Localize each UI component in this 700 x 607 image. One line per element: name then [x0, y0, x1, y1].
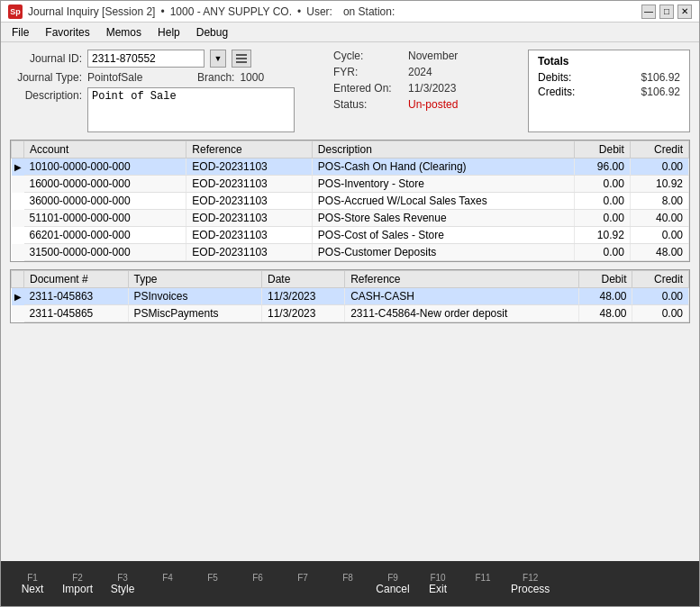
col-description: Description	[312, 141, 574, 159]
cell-credit: 48.00	[630, 244, 688, 261]
journal-id-dropdown[interactable]: ▼	[210, 50, 226, 68]
fn-key-f9[interactable]: F9 Cancel	[370, 569, 415, 599]
row-indicator	[12, 193, 24, 210]
fn-key-f2[interactable]: F2 Import	[55, 569, 100, 599]
cell-description: POS-Store Sales Revenue	[312, 210, 574, 227]
cell-reference: EOD-20231103	[186, 210, 313, 227]
cell-date: 11/3/2023	[262, 288, 345, 305]
description-textarea[interactable]: Point of Sale	[87, 87, 295, 132]
row-indicator	[12, 244, 24, 261]
fn-key-f10[interactable]: F10 Exit	[415, 569, 460, 599]
fn-key-f12[interactable]: F12 Process	[505, 569, 555, 599]
cell-description: POS-Customer Deposits	[312, 244, 574, 261]
fn-key-code: F9	[387, 573, 398, 583]
branch-value: 1000	[240, 71, 264, 84]
doc-col-debit: Debit	[578, 271, 632, 288]
menu-file[interactable]: File	[5, 24, 36, 41]
fn-key-code: F1	[27, 573, 38, 583]
table-row[interactable]: 31500-0000-000-000 EOD-20231103 POS-Cust…	[12, 244, 689, 261]
journal-table: Account Reference Description Debit Cred…	[11, 140, 689, 261]
cell-description: POS-Cash On Hand (Clearing)	[312, 159, 574, 176]
status-label: Status:	[333, 98, 401, 111]
cell-debit: 0.00	[574, 244, 630, 261]
credits-row: Credits: $106.92	[538, 86, 680, 98]
cell-account: 16000-0000-000-000	[24, 176, 186, 193]
journal-table-container: Account Reference Description Debit Cred…	[10, 140, 690, 262]
cell-reference: 2311-C45864-New order deposit	[345, 305, 579, 322]
menu-debug[interactable]: Debug	[189, 24, 235, 41]
doc-col-credit: Credit	[632, 271, 689, 288]
maximize-button[interactable]: □	[659, 5, 674, 19]
row-indicator	[12, 210, 24, 227]
cell-credit: 40.00	[630, 210, 688, 227]
row-indicator: ▶	[12, 159, 24, 176]
cell-account: 51101-0000-000-000	[24, 210, 186, 227]
svg-rect-1	[236, 58, 247, 59]
close-button[interactable]: ✕	[677, 5, 692, 19]
debits-row: Debits: $106.92	[538, 71, 680, 84]
form-top: Journal ID: ▼ Journal Type: PointofSale	[10, 50, 690, 132]
cell-document: 2311-045863	[24, 288, 129, 305]
app-icon: Sp	[8, 5, 23, 19]
journal-type-row: Journal Type: PointofSale Branch: 1000	[10, 71, 319, 84]
table-row[interactable]: 51101-0000-000-000 EOD-20231103 POS-Stor…	[12, 210, 689, 227]
table-row[interactable]: 2311-045865 PSMiscPayments 11/3/2023 231…	[12, 305, 689, 322]
table-row[interactable]: ▶ 10100-0000-000-000 EOD-20231103 POS-Ca…	[12, 159, 689, 176]
debits-value: $106.92	[641, 71, 680, 84]
table-row[interactable]: 16000-0000-000-000 EOD-20231103 POS-Inve…	[12, 176, 689, 193]
cell-account: 31500-0000-000-000	[24, 244, 186, 261]
fn-key-f6: F6	[235, 569, 280, 599]
fn-key-label: Process	[511, 583, 550, 595]
fn-key-f3[interactable]: F3 Style	[100, 569, 145, 599]
menu-memos[interactable]: Memos	[99, 24, 149, 41]
fn-key-f1[interactable]: F1 Next	[10, 569, 55, 599]
col-debit: Debit	[574, 141, 630, 159]
fn-key-f8: F8	[325, 569, 370, 599]
cell-debit: 0.00	[574, 210, 630, 227]
description-row: Description: Point of Sale	[10, 87, 319, 132]
col-reference: Reference	[186, 141, 313, 159]
table-row[interactable]: 66201-0000-000-000 EOD-20231103 POS-Cost…	[12, 227, 689, 244]
journal-table-header: Account Reference Description Debit Cred…	[12, 141, 689, 159]
cell-debit: 48.00	[578, 288, 632, 305]
fn-key-label	[481, 583, 484, 595]
documents-table-body: ▶ 2311-045863 PSInvoices 11/3/2023 CASH-…	[12, 288, 689, 322]
menu-bar: File Favorites Memos Help Debug	[1, 23, 699, 42]
fn-key-label: Cancel	[376, 583, 409, 595]
fn-key-label: Next	[22, 583, 44, 595]
table-row[interactable]: 36000-0000-000-000 EOD-20231103 POS-Accr…	[12, 193, 689, 210]
branch-label: Branch:	[162, 71, 234, 84]
company-name: 1000 - ANY SUPPLY CO.	[170, 5, 292, 18]
form-area: Journal ID: ▼ Journal Type: PointofSale	[1, 42, 699, 140]
fyr-value: 2024	[408, 66, 432, 78]
fn-key-code: F4	[162, 573, 173, 583]
svg-rect-0	[236, 54, 247, 56]
minimize-button[interactable]: —	[641, 5, 656, 19]
cell-credit: 0.00	[630, 159, 688, 176]
fn-key-label	[211, 583, 214, 595]
title-bar: Sp Journal Inquiry [Session 2] • 1000 - …	[1, 1, 699, 23]
cell-debit: 10.92	[574, 227, 630, 244]
menu-favorites[interactable]: Favorites	[38, 24, 96, 41]
credits-label: Credits:	[538, 86, 575, 98]
menu-help[interactable]: Help	[150, 24, 187, 41]
cell-credit: 8.00	[630, 193, 688, 210]
table-row[interactable]: ▶ 2311-045863 PSInvoices 11/3/2023 CASH-…	[12, 288, 689, 305]
cell-credit: 0.00	[632, 305, 689, 322]
fyr-label: FYR:	[333, 66, 401, 78]
journal-id-input[interactable]	[87, 50, 205, 68]
journal-id-label: Journal ID:	[10, 52, 82, 65]
documents-table-container: Document # Type Date Reference Debit Cre…	[10, 269, 690, 323]
cell-account: 66201-0000-000-000	[24, 227, 186, 244]
fn-key-code: F5	[207, 573, 218, 583]
journal-type-value: PointofSale	[87, 71, 142, 84]
fn-key-code: F8	[342, 573, 353, 583]
fn-key-f7: F7	[280, 569, 325, 599]
entered-on-value: 11/3/2023	[408, 82, 456, 95]
fn-key-label: Style	[111, 583, 135, 595]
cell-debit: 48.00	[578, 305, 632, 322]
svg-rect-2	[236, 61, 247, 63]
status-bar: F1 Next F2 Import F3 Style F4 F5 F6 F7 F…	[1, 561, 699, 606]
journal-id-list-btn[interactable]	[232, 50, 251, 68]
col-account: Account	[24, 141, 186, 159]
